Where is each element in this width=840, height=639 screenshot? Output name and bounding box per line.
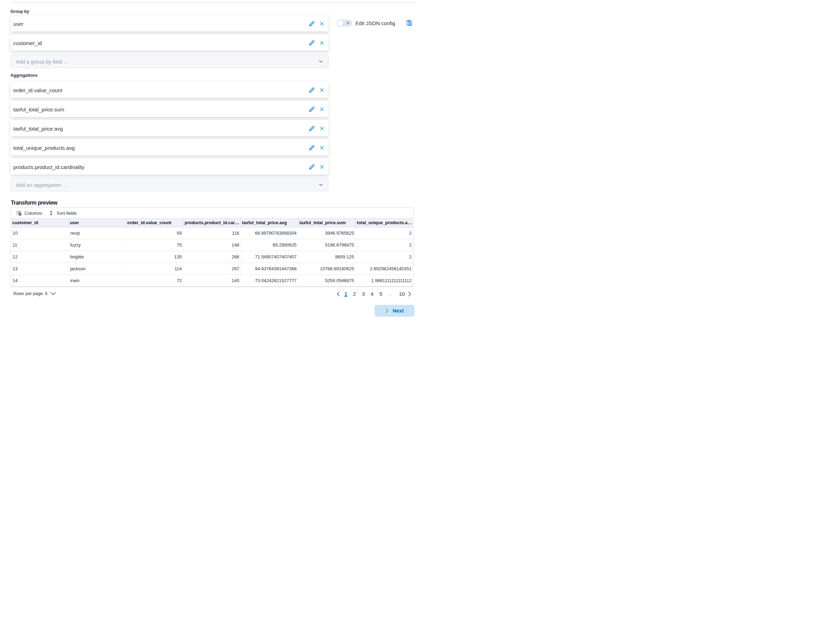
cell: 9659.125 — [298, 251, 356, 263]
cell: fuzzy — [68, 239, 126, 251]
columns-button[interactable]: Columns — [16, 211, 42, 216]
pagination-bar: Rows per page: 5 1 2 3 4 5 … 10 — [11, 289, 413, 298]
column-header-order-id-value-count[interactable]: order_id.value_count — [126, 219, 183, 227]
edit-pencil-icon[interactable] — [309, 164, 314, 170]
cell: 297 — [183, 263, 241, 275]
column-header-taxful-total-price-sum[interactable]: taxful_total_price.sum — [298, 219, 356, 227]
cell: 266 — [183, 251, 241, 263]
aggregation-item-label: products.product_id.cardinality — [13, 164, 309, 170]
chevron-right-icon — [407, 291, 412, 297]
transform-preview-title: Transform preview — [11, 199, 329, 207]
delete-cross-icon[interactable] — [319, 40, 325, 46]
pagination-page-3[interactable]: 3 — [359, 289, 368, 298]
delete-cross-icon[interactable] — [319, 87, 325, 93]
pagination-page-4[interactable]: 4 — [368, 289, 376, 298]
aggregation-item-label: taxful_total_price.avg — [13, 126, 309, 132]
table-row: 14 irwin 72 140 73.04242621527777 5259.0… — [11, 275, 413, 287]
edit-json-config-row: Edit JSON config — [337, 19, 395, 27]
cell: 135 — [126, 251, 183, 263]
cell: 11 — [11, 239, 68, 251]
pagination-page-1[interactable]: 1 — [341, 289, 350, 298]
delete-cross-icon[interactable] — [319, 145, 325, 151]
cell: 69.2890625 — [241, 239, 298, 251]
edit-json-config-label: Edit JSON config — [356, 20, 395, 26]
cell: 2.692982456140351 — [356, 263, 413, 275]
chevron-down-icon — [50, 291, 56, 296]
grid-toolbar: Columns Sort fields — [11, 208, 413, 218]
cell: 12 — [11, 251, 68, 263]
add-aggregation-combobox[interactable]: Add an aggregation ... — [11, 178, 329, 191]
delete-cross-icon[interactable] — [319, 106, 325, 112]
edit-pencil-icon[interactable] — [309, 126, 314, 131]
add-group-by-combobox[interactable]: Add a group by field ... — [11, 55, 329, 68]
rows-per-page-label: Rows per page: 5 — [13, 291, 48, 296]
delete-cross-icon[interactable] — [319, 126, 325, 131]
cell: 13 — [11, 263, 68, 275]
sort-fields-button-label: Sort fields — [57, 211, 77, 216]
table-row: 13 jackson 114 297 94.63764391447368 107… — [11, 263, 413, 275]
chevron-down-icon — [318, 59, 324, 64]
edit-json-toggle[interactable] — [337, 19, 352, 27]
cell: 14 — [11, 275, 68, 287]
edit-pencil-icon[interactable] — [309, 145, 314, 151]
group-by-label: Group by — [11, 9, 329, 14]
cell: recip — [68, 227, 126, 239]
aggregation-item-label: total_unique_products.avg — [13, 145, 309, 151]
delete-cross-icon[interactable] — [319, 21, 325, 27]
cell: 66.89790783898304 — [241, 227, 298, 239]
copy-clipboard-icon[interactable] — [407, 20, 412, 26]
group-by-item-label: user — [13, 21, 309, 27]
preview-table: customer_id user order_id.value_count pr… — [11, 218, 413, 287]
column-header-user[interactable]: user — [68, 219, 126, 227]
pagination-previous[interactable] — [334, 289, 342, 298]
cell: 148 — [183, 239, 241, 251]
aggregation-item: products.product_id.cardinality — [11, 158, 329, 175]
chevron-down-icon — [318, 182, 324, 188]
next-button[interactable]: Next — [375, 305, 414, 317]
group-by-item-user: user — [11, 15, 329, 32]
table-row: 12 brigitte 135 266 71.54907407407407 96… — [11, 251, 413, 263]
table-row: 11 fuzzy 75 148 69.2890625 5196.6796875 … — [11, 239, 413, 251]
rows-per-page-button[interactable]: Rows per page: 5 — [13, 289, 56, 298]
pagination-ellipsis: … — [386, 289, 394, 298]
cell: brigitte — [68, 251, 126, 263]
aggregation-item-label: taxful_total_price.sum — [13, 106, 309, 113]
aggregations-label: Aggregations — [11, 73, 329, 78]
cell: 2 — [356, 239, 413, 251]
aggregation-item: taxful_total_price.avg — [11, 120, 329, 136]
pagination-next[interactable] — [405, 289, 413, 298]
cell: irwin — [68, 275, 126, 287]
delete-cross-icon[interactable] — [319, 164, 325, 170]
group-by-item-label: customer_id — [13, 40, 309, 46]
aggregation-item: order_id.value_count — [11, 81, 329, 98]
column-header-total-unique-products-avg[interactable]: total_unique_products.avg — [356, 219, 413, 227]
add-aggregation-placeholder: Add an aggregation ... — [16, 182, 318, 188]
cell: 94.63764391447368 — [241, 263, 298, 275]
column-header-customer-id[interactable]: customer_id — [11, 219, 68, 227]
cell: 114 — [126, 263, 183, 275]
columns-button-label: Columns — [24, 211, 42, 216]
cell: 2 — [356, 251, 413, 263]
cell: 73.04242621527777 — [241, 275, 298, 287]
transform-preview-grid: Columns Sort fields customer_id user ord… — [11, 207, 413, 287]
pagination-page-2[interactable]: 2 — [350, 289, 359, 298]
edit-pencil-icon[interactable] — [309, 106, 314, 112]
sort-fields-button[interactable]: Sort fields — [49, 211, 77, 216]
pagination-page-10[interactable]: 10 — [397, 289, 406, 298]
cell: jackson — [68, 263, 126, 275]
table-header-row: customer_id user order_id.value_count pr… — [11, 219, 413, 227]
aggregation-item-label: order_id.value_count — [13, 87, 309, 93]
edit-pencil-icon[interactable] — [309, 21, 314, 27]
add-group-by-placeholder: Add a group by field ... — [16, 59, 318, 65]
cell: 2 — [356, 227, 413, 239]
column-header-products-product-id-cardinality[interactable]: products.product_id.cardinality — [183, 219, 241, 227]
edit-pencil-icon[interactable] — [309, 40, 314, 46]
sortable-icon — [49, 211, 54, 216]
pagination-page-5[interactable]: 5 — [376, 289, 385, 298]
pivot-config-column: Group by user customer_id Add a group by… — [11, 0, 329, 207]
cell: 1.9861111111111112 — [356, 275, 413, 287]
cell: 5196.6796875 — [298, 239, 356, 251]
group-by-item-customer-id: customer_id — [11, 34, 329, 51]
column-header-taxful-total-price-avg[interactable]: taxful_total_price.avg — [241, 219, 298, 227]
edit-pencil-icon[interactable] — [309, 87, 314, 93]
